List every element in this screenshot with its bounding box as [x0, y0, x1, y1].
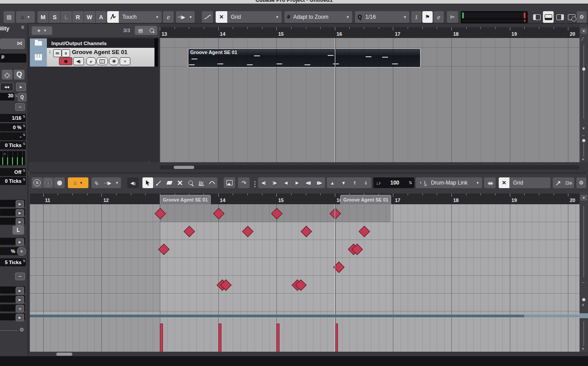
toggle-right-zone-button[interactable] [555, 11, 565, 23]
inspector-value-field[interactable]: -⇅ [0, 132, 26, 140]
setup-toolbar-button[interactable]: ▤ [4, 11, 15, 23]
clip-edit-button[interactable]: ⊣▶ [102, 177, 113, 188]
editor-settings-button[interactable]: ⚙ [576, 177, 586, 188]
drum-lane-outside[interactable] [30, 222, 160, 240]
solo-button[interactable]: s [62, 49, 70, 57]
scroll-down-icon[interactable]: ▼ [582, 126, 585, 130]
automation-mode-select[interactable]: Touch ▼ [107, 11, 162, 23]
search-icon[interactable] [150, 28, 154, 33]
automation-w-button[interactable]: W [84, 11, 95, 23]
spinner-icon[interactable]: ⇅ [409, 181, 412, 185]
inspector-value-field[interactable]: 5 Ticks⇅ [0, 258, 26, 266]
inspector-gear-icon[interactable]: ⚙ [19, 327, 24, 333]
play-small-button[interactable]: ▶ [16, 200, 24, 208]
nudge-end-left-button[interactable]: ◀▮ [303, 177, 314, 188]
inspector-value-field[interactable]: Off⇅ [0, 168, 26, 176]
monitor-button[interactable]: ◀) [73, 57, 84, 65]
forward-button[interactable]: ▶ [16, 83, 26, 91]
editor-h-scroll-thumb[interactable] [56, 353, 72, 356]
drum-lane-outside[interactable] [30, 294, 160, 311]
inspector-value-field[interactable]: 0 %⇅ [0, 123, 26, 131]
editor-record-in-editor-button[interactable]: 1 [43, 177, 54, 188]
autoscroll-wide-button[interactable]: ⋈ [0, 38, 25, 49]
spinner-icon[interactable]: ⇅ [23, 125, 25, 127]
part-start-flag[interactable]: Groove Agent SE 01 [160, 195, 211, 204]
quantize-panel-button[interactable]: e [434, 11, 444, 23]
spinner-icon[interactable]: ⇅ [23, 178, 25, 181]
spinner-icon[interactable]: ⇅ [23, 134, 25, 136]
link-options-button[interactable]: ▼ [113, 177, 121, 188]
grid-type-select[interactable]: # Adapt to Zoom ▼ [284, 11, 352, 23]
editor-ruler[interactable]: 11121314151617181920Groove Agent SE 01Gr… [30, 194, 580, 204]
zoom-slider-thumb[interactable] [582, 67, 585, 71]
automation-m-button[interactable]: M [38, 11, 49, 23]
spinner-icon[interactable]: ⇅ [23, 115, 25, 118]
transpose-octave-down-button[interactable]: ⇓ [360, 177, 371, 188]
track-row-io-channels[interactable]: Input/Output Channels [30, 38, 154, 48]
drum-lane-after[interactable] [391, 258, 580, 276]
audio-alignment-button[interactable]: ⊨ [447, 11, 458, 23]
snap-toggle-button[interactable]: ✕ [216, 11, 227, 23]
glue-tool[interactable] [207, 177, 217, 188]
mute-button[interactable]: m [53, 49, 62, 57]
editor-divider-thumb[interactable] [580, 313, 588, 318]
spinner-icon[interactable]: ⇅ [23, 260, 25, 262]
arrange-ruler[interactable]: 1314151617181920 [160, 27, 580, 38]
feedback-speaker-button[interactable]: ◀)| [127, 177, 139, 188]
open-in-window-button[interactable]: ↗ [553, 177, 563, 188]
play-small-button[interactable]: ▶ [16, 209, 24, 217]
drum-lane-outside[interactable] [30, 276, 160, 294]
track-list-icon[interactable]: ▤ [138, 28, 142, 34]
toggle-lower-zone-button[interactable] [543, 11, 554, 23]
drum-grid[interactable] [30, 204, 580, 315]
editor-setup-button[interactable]: ⊡⚙ [563, 177, 574, 188]
drum-lane-after[interactable] [391, 240, 580, 258]
toolbar-settings-button[interactable]: ⚙ [577, 11, 587, 23]
automation-l-button[interactable]: L [61, 11, 72, 23]
velocity-bar[interactable] [218, 324, 221, 352]
more-options-icon[interactable]: ⋮ [251, 180, 259, 188]
diamond-quantize-button[interactable]: ◇ [2, 70, 13, 80]
autoscroll-options-button[interactable]: ▼ [187, 11, 195, 23]
drum-map-select[interactable]: L Drum-Map Link ▼ [421, 177, 482, 188]
drum-lane-after[interactable] [391, 222, 580, 240]
automation-a-button[interactable]: A [96, 11, 107, 23]
drum-lane-outside[interactable] [30, 258, 160, 276]
track-row-groove-agent[interactable]: 1 m s Groove Agent SE 01 ◀) e ✳ ≡ [30, 48, 154, 67]
ruler-options-button[interactable]: ▼ [580, 28, 587, 34]
edit-instrument-button[interactable] [96, 57, 108, 65]
edit-channel-button[interactable]: e [86, 57, 96, 65]
panel-menu-icon[interactable]: ≡ [21, 24, 24, 30]
independent-loop-button[interactable]: ↷ [238, 177, 250, 188]
autoscroll-button[interactable]: ⊣▶ [176, 11, 187, 23]
drum-lane-after[interactable] [391, 294, 580, 311]
velocity-bar[interactable] [276, 324, 279, 352]
vzoom-thumb[interactable] [582, 139, 585, 142]
q-button[interactable]: Q [14, 70, 25, 80]
inspector-black-field[interactable]: p [0, 54, 26, 63]
nudge-start-right-button[interactable]: |▶ [269, 177, 280, 188]
play-small-button[interactable]: ▶ [16, 238, 24, 246]
velocity-lane[interactable] [30, 317, 580, 352]
level-button[interactable]: L [13, 226, 24, 235]
minimize-button[interactable]: – [15, 273, 25, 280]
quantize-amount-field[interactable]: 30 [0, 93, 14, 101]
nudge-start-left-button[interactable]: ◀| [258, 177, 269, 188]
automation-r-button[interactable]: R [72, 11, 83, 23]
record-enable-button[interactable] [59, 57, 72, 65]
drum-lane-partial[interactable] [30, 311, 580, 315]
drum-lane-outside[interactable] [30, 240, 160, 258]
nudge-left-button[interactable]: ◀ [280, 177, 292, 188]
nudge-end-right-button[interactable]: ▮▶ [314, 177, 325, 188]
rewind-button[interactable]: ◀◀ [0, 83, 13, 91]
toggle-left-zone-button[interactable] [531, 11, 542, 23]
drumstick-tool[interactable] [153, 177, 164, 188]
crossfade-button[interactable] [202, 11, 213, 23]
quantize-preset-select[interactable]: Q 1/16 ▼ [355, 11, 409, 23]
spinner-icon[interactable]: ⇅ [23, 169, 25, 172]
mute-tool[interactable]: ✕ [175, 177, 185, 188]
editor-zoom-in2-icon[interactable]: + [582, 346, 584, 351]
minimize-button[interactable]: – [15, 103, 25, 111]
play-small-button[interactable]: o) [16, 305, 24, 312]
arrange-event-display[interactable]: Groove Agent SE 01 [160, 38, 580, 162]
